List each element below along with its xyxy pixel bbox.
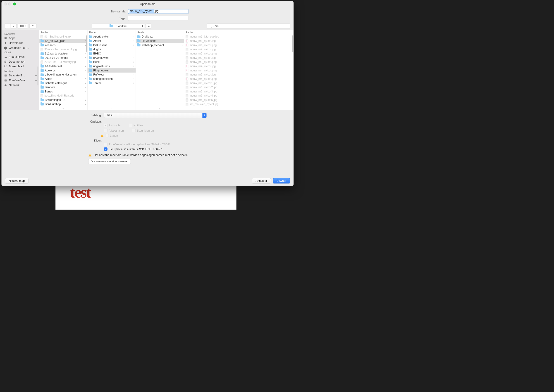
file-row[interactable]: EHBO› [87,52,136,56]
file-row[interactable]: FB vierkant› [136,39,184,43]
sidebar-item[interactable]: ⊕Netwerk [2,83,39,87]
sidebar-item[interactable]: ⊟EuroJoeDisk⏏ [2,78,39,83]
scrollbar[interactable] [292,35,293,52]
path-popup[interactable]: FB vierkant [92,23,145,28]
file-row[interactable]: mouw_nr6_nylcot3.jpg [184,89,293,94]
file-row[interactable]: Adwords› [39,68,87,73]
forward-button[interactable]: › [11,23,16,28]
file-row[interactable]: 2ehands› [39,43,87,47]
file-row[interactable]: springtoestellen› [87,77,136,81]
search-field[interactable] [207,23,290,28]
file-row[interactable]: afbeeldingen te klasseren [39,73,87,77]
file-row[interactable]: 1A_nieuwe_pics› [39,39,87,43]
file-row[interactable]: 2012-08-08 kennel› [39,56,87,60]
file-row[interactable]: Ringmouwen› [87,68,136,73]
search-input[interactable] [213,24,288,28]
filename-input[interactable]: mouw_nr6_nylcot1.jpg [128,9,188,14]
file-row[interactable]: Banners› [39,85,87,90]
column-resize-handle[interactable]: || [159,107,161,109]
eject-icon[interactable]: ⏏ [35,79,37,82]
file-row[interactable]: Tenten› [87,81,136,85]
sidebar-item[interactable]: ⬇Downloads [2,41,39,45]
save-button[interactable]: Bewaar [273,178,290,183]
file-row[interactable]: mouw_nr4_nylcot.jpg [184,64,293,69]
file-row[interactable]: set_mouwen_nylcot.jpg [184,102,293,106]
sidebar-item[interactable]: ⊟Seagate B…⏏ [2,73,39,78]
group-button[interactable]: 🗀 [29,23,36,28]
file-row[interactable]: mouw_nr6_nylcot4.jpg [184,94,293,98]
tags-input[interactable] [128,16,188,21]
color-label: Kleur: [2,139,102,142]
view-mode-picker[interactable] [18,23,28,28]
cancel-button[interactable]: Annuleer [252,178,271,183]
warning-message: Het bestand moet als kopie worden opgesl… [94,154,188,157]
file-row[interactable]: mouw_nr5_nylcot.jpg [184,73,293,77]
file-row[interactable]: 2019-Pet-P…l-Military.jpg [39,60,87,64]
file-row[interactable]: ringkostuums› [87,64,136,69]
eject-icon[interactable]: ⏏ [35,74,37,77]
column-resize-handle[interactable]: || [63,107,64,109]
file-label: dogtra [93,48,132,51]
file-row[interactable]: Babette catalogus› [39,81,87,85]
file-row[interactable]: 111aaa te plaatsen› [39,52,87,56]
file-row[interactable]: 36mhc-blk-…arness_1.jpg [39,47,87,52]
file-row[interactable]: Bijtkussens› [87,43,136,47]
back-button[interactable]: ‹ [5,23,11,28]
file-row[interactable]: bestelling kledij Rex.ods [39,94,87,98]
file-row[interactable]: mouw_nr6_nylcot5.jpg [184,98,293,102]
alpha-label: Alfakanalen [109,129,124,132]
file-row[interactable]: AAAMateriaal› [39,64,87,69]
file-label: 111aaa te plaatsen [45,52,84,55]
file-row[interactable]: Aibort› [39,77,87,81]
sidebar-item[interactable]: 🗎Documenten [2,59,39,64]
file-label: mouw_nr6_nylcot1.jpg [189,81,292,84]
file-row[interactable]: mouw_nr6_nylcot1.jpg [184,81,293,85]
file-row[interactable]: Bewerkingen PS› [39,98,87,102]
sidebar-item-label: Apps [9,36,15,40]
folder-icon [89,82,92,84]
folder-icon [41,56,44,59]
file-row[interactable]: (I) - Snelkoppeling.lnk [39,35,87,39]
column-resize-handle[interactable]: || [111,107,112,109]
sidebar-scrollbar[interactable] [37,66,38,85]
format-popup[interactable]: JPEG [104,112,207,118]
file-row[interactable]: mouw_nr1_nylcot.png [184,43,293,47]
file-row[interactable]: mouw_nr2_nylcot.png [184,52,293,56]
file-row[interactable]: Borduurshop› [39,102,87,106]
sidebar-item[interactable]: 🖵Bureaublad [2,64,39,69]
sidebar-item[interactable]: ⊞Apps [2,36,39,41]
file-row[interactable]: Drukklaar› [136,35,184,39]
new-folder-button[interactable]: Nieuwe map [5,178,29,183]
file-row[interactable]: mouw_nr1_nylcot.jpg [184,39,293,43]
sidebar-item[interactable]: ☁iCloud Drive [2,55,39,59]
file-row[interactable]: webshop_vierkant› [136,43,184,47]
image-file-icon [186,90,188,93]
file-row[interactable]: mouw_nr5_nylcot.png [184,77,293,81]
file-row[interactable]: kledij› [87,60,136,64]
file-row[interactable]: IPOmouwen› [87,56,136,60]
file-label: mouw_nr6_nylcot5.jpg [189,98,292,102]
file-label: mouw_nr4_nylcot.png [189,69,292,72]
file-label: Ruffwear [93,73,132,76]
collapse-browser-button[interactable] [146,23,151,28]
file-row[interactable]: mouw_nr4_nylcot.png [184,68,293,73]
file-row[interactable]: Atelier› [87,39,136,43]
scrollbar[interactable] [86,35,87,52]
save-to-cloud-button[interactable]: Opslaan naar clouddocumenten [88,159,130,164]
file-row[interactable]: mouw_nr1_jute_pup.jpg [184,35,293,39]
file-row[interactable]: mouw_nr3_nylcot.jpg [184,56,293,60]
file-row[interactable]: dogtra› [87,47,136,52]
file-row[interactable]: mouw_nr3_nylcot.png [184,60,293,64]
file-row[interactable]: mouw_nr2_nylcot.jpg [184,47,293,52]
file-row[interactable]: Aportblokken› [87,35,136,39]
spot-label: Steunkleuren [137,129,154,132]
file-row[interactable]: Benes› [39,89,87,94]
save-options: Indeling: JPEG Opslaan: ✓Als kopie Notit… [2,110,294,166]
sidebar-item[interactable]: ⬤Creative Clou… [2,45,39,50]
file-label: IPOmouwen [93,56,132,59]
file-row[interactable]: mouw_nr6_nylcot2.jpg [184,85,293,90]
popup-arrows-icon [202,113,206,118]
embed-profile-checkbox[interactable]: ✓Kleurprofiel insluiten: sRGB IEC61966-2… [104,147,163,151]
file-row[interactable]: Ruffwear› [87,73,136,77]
chevron-right-icon: › [85,56,86,59]
